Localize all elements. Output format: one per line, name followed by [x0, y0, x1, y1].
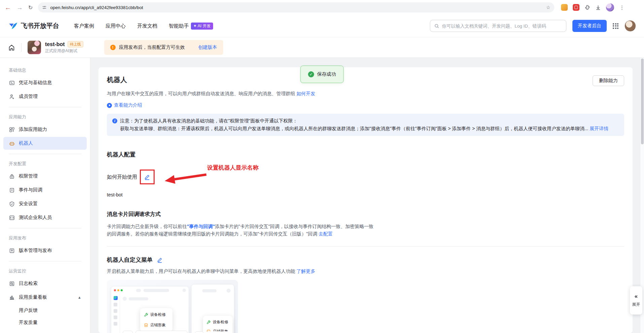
app-avatar	[28, 41, 41, 54]
publish-warning-banner: ! 应用发布后，当前配置方可生效 创建版本	[104, 40, 223, 55]
expand-details-link[interactable]: 展开详情	[590, 126, 608, 131]
sidebar-item-credentials[interactable]: 凭证与基础信息	[3, 76, 87, 89]
browser-back-icon[interactable]: ←	[5, 4, 11, 11]
extension-red-icon[interactable]	[573, 4, 579, 11]
pencil-icon	[144, 174, 151, 180]
sidebar-item-bot[interactable]: 机器人	[3, 137, 87, 150]
sidebar-item-user-feedback[interactable]: 用户反馈	[3, 305, 87, 316]
version-publish-icon	[9, 248, 15, 254]
create-version-link[interactable]: 创建版本	[198, 44, 217, 50]
keyboard-icon	[195, 331, 204, 333]
learn-more-link[interactable]: 了解更多	[296, 268, 315, 274]
code-icon	[9, 215, 15, 221]
home-icon[interactable]	[8, 44, 15, 51]
sidebar-item-version-release[interactable]: 版本管理与发布	[3, 244, 87, 257]
nav-item-app-center[interactable]: 应用中心	[106, 23, 126, 29]
search-input[interactable]	[442, 24, 562, 29]
extension-notebook-icon[interactable]	[561, 4, 568, 11]
sidebar-item-security[interactable]: 安全设置	[3, 197, 87, 210]
go-configure-link[interactable]: 去配置	[319, 231, 333, 236]
bookmark-star-icon[interactable]: ☆	[546, 5, 551, 10]
expand-label: 展开	[632, 302, 640, 307]
url-text: open.feishu.cn/app/cli_a9242fee93381cbb/…	[50, 5, 542, 10]
sidebar-item-quality-dashboard[interactable]: 应用质量看板 ▲	[3, 291, 87, 304]
store-icon	[144, 323, 148, 327]
usage-row: 如何开始使用 设置机器人显示名称	[107, 169, 624, 185]
expand-panel-tab[interactable]: « 展开	[630, 286, 642, 314]
extensions-puzzle-icon[interactable]	[585, 5, 590, 10]
sidebar-group-release: 应用发布	[0, 232, 90, 243]
id-card-icon	[9, 80, 15, 86]
capability-intro-link[interactable]: 查看能力介绍	[114, 102, 142, 108]
callback-description: 卡片回调能力已全新升级，你可以前往"事件与回调"添加卡片的"卡片回传交互"回调，…	[107, 223, 378, 237]
delete-capability-button[interactable]: 删除能力	[593, 75, 624, 86]
nav-item-dev-docs[interactable]: 开发文档	[137, 23, 157, 29]
traffic-light-yellow	[117, 289, 119, 291]
user-avatar[interactable]	[625, 20, 636, 32]
app-grid-icon[interactable]	[613, 23, 618, 29]
app-info-bar: test-bot 待上线 正式应用@AI测试 ! 应用发布后，当前配置方可生效 …	[0, 37, 644, 58]
search-icon	[434, 24, 439, 29]
pencil-icon	[157, 257, 163, 263]
address-bar[interactable]: open.feishu.cn/app/cli_a9242fee93381cbb/…	[38, 2, 554, 12]
save-success-toast: ✓ 保存成功	[300, 66, 344, 83]
sidebar-item-dev-quality[interactable]: 开发质量	[3, 317, 87, 328]
add-capability-icon	[9, 127, 15, 133]
custom-menu-title: 机器人自定义菜单	[107, 256, 153, 264]
wrench-icon	[144, 312, 148, 317]
site-settings-icon[interactable]	[42, 5, 47, 10]
sidebar-item-log-search[interactable]: 日志检索	[3, 277, 87, 290]
shield-check-icon	[9, 201, 15, 207]
sidebar-group-capabilities: 应用能力	[0, 111, 90, 122]
feishu-logo-brand[interactable]: 飞书开放平台	[8, 21, 59, 31]
warning-icon: !	[110, 45, 116, 50]
browser-reload-icon[interactable]: ↻	[28, 4, 33, 11]
browser-toolbar: ← → ↻ open.feishu.cn/app/cli_a9242fee933…	[0, 0, 644, 15]
main-content: 机器人 删除能力 与用户在聊天中交互的应用，可以向用户或群组自动发送消息、响应用…	[90, 58, 644, 333]
sidebar-item-test-company[interactable]: 测试企业和人员	[3, 211, 87, 224]
divider	[9, 154, 81, 154]
nav-item-ai-assistant[interactable]: 智能助手 ✦AI 开发	[169, 23, 213, 30]
play-icon	[107, 103, 112, 108]
divider	[21, 43, 22, 52]
events-callback-link[interactable]: "事件与回调"	[187, 224, 215, 229]
member-add-icon	[9, 94, 15, 100]
divider	[9, 261, 81, 261]
ai-dev-badge: ✦AI 开发	[191, 23, 213, 30]
browser-profile-avatar[interactable]	[606, 3, 614, 11]
status-badge: 待上线	[68, 41, 83, 47]
event-callback-icon	[9, 187, 15, 193]
app-name: test-bot	[45, 41, 65, 47]
sidebar-group-monitoring: 运营监控	[0, 265, 90, 276]
warning-text: 应用发布后，当前配置方可生效	[119, 44, 185, 50]
scrollbar-thumb[interactable]	[641, 59, 644, 144]
chevron-up-icon[interactable]: ▲	[78, 295, 81, 299]
edit-menu-button[interactable]	[157, 257, 163, 263]
how-to-develop-link[interactable]: 如何开发	[296, 91, 315, 96]
divider	[9, 228, 81, 228]
browser-menu-icon[interactable]: ⋮	[619, 4, 625, 11]
bot-config-title: 机器人配置	[107, 151, 624, 158]
sidebar-item-members[interactable]: 成员管理	[3, 90, 87, 103]
menu-item-label: 设备检修	[150, 312, 166, 317]
nav-item-customer-cases[interactable]: 客户案例	[74, 23, 94, 29]
notice-line1: 注意：为了使机器人具有收发消息的基础功能，请在"权限管理"面板中开通以下权限：	[120, 117, 297, 125]
wrench-icon	[206, 320, 211, 324]
dev-console-button[interactable]: 开发者后台	[572, 20, 607, 32]
page-title: 机器人	[107, 75, 127, 84]
sidebar-item-add-capability[interactable]: 添加应用能力	[3, 123, 87, 136]
browser-forward-icon[interactable]: →	[16, 4, 23, 11]
edit-bot-name-button[interactable]	[140, 170, 155, 184]
doc-search-box[interactable]	[430, 20, 566, 32]
sparkle-icon: ✦	[193, 24, 197, 28]
toast-text: 保存成功	[317, 71, 336, 77]
divider	[9, 107, 81, 107]
top-navigation: 飞书开放平台 客户案例 应用中心 开发文档 智能助手 ✦AI 开发 开发者后台	[0, 15, 644, 37]
sidebar-item-events[interactable]: 事件与回调	[3, 184, 87, 196]
sidebar-group-basic-info: 基础信息	[0, 65, 90, 75]
downloads-icon[interactable]	[595, 5, 601, 10]
sidebar-item-permissions[interactable]: 权限管理	[3, 170, 87, 183]
custom-menu-description: 开启机器人菜单能力后，用户可以在与机器人的单聊中访问菜单，更高效地使用机器人功能	[107, 268, 295, 274]
lock-icon	[9, 174, 15, 179]
menu-illustration: 设备检修 店铺形象 .popup::after{left:64%;}	[107, 280, 238, 333]
